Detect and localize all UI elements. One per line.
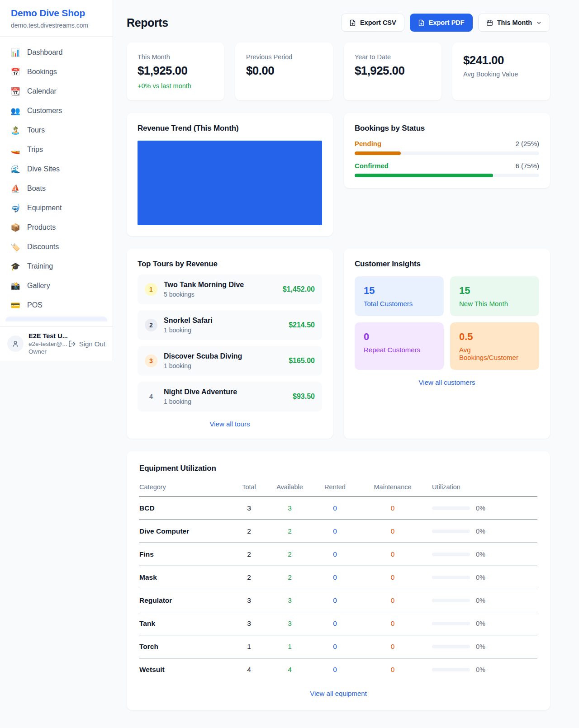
view-all-equipment-link[interactable]: View all equipment [139,690,537,697]
col-available: Available [268,480,311,497]
col-maintenance: Maintenance [359,480,427,497]
sidebar-item-label: Boats [27,184,46,193]
rank-badge: 3 [145,355,157,367]
page-title: Reports [127,16,168,29]
tour-row: 4 Night Dive Adventure 1 booking $93.50 [138,382,322,411]
equipment-maintenance: 0 [359,543,427,566]
status-progress-fill [355,174,493,177]
view-all-customers-link[interactable]: View all customers [355,378,539,386]
customer-insights-title: Customer Insights [355,260,539,269]
tour-name: Discover Scuba Diving [164,352,242,360]
equipment-category: Torch [139,635,230,658]
equipment-category: Fins [139,543,230,566]
main-content: Reports Export CSV Export PDF This Month… [113,0,579,728]
sidebar-nav-item[interactable]: 🌊 Dive Sites [5,161,107,177]
sidebar-nav-item[interactable]: 🤿 Equipment [5,200,107,216]
calendar-icon [486,19,493,26]
export-pdf-label: Export PDF [429,19,465,26]
logout-icon [68,340,76,348]
utilization-percent: 0% [476,574,485,581]
equipment-rented: 0 [311,543,359,566]
insight-label: Avg Bookings/Customer [459,346,530,361]
equipment-total: 2 [230,566,268,589]
equipment-utilization-card: Equipment Utilization Category Total Ava… [127,451,550,710]
stat-card: Avg Booking Value $241.00 [452,43,550,100]
sidebar-item-label: Products [27,223,56,232]
sidebar-nav-item[interactable]: 🎓 Training [5,258,107,274]
status-label: Pending [355,140,381,147]
view-all-tours-link[interactable]: View all tours [138,420,322,428]
sidebar-item-label: Discounts [27,243,59,251]
equipment-maintenance: 0 [359,566,427,589]
status-value: 6 (75%) [515,162,539,170]
sign-out-button[interactable]: Sign Out [68,340,105,348]
revenue-trend-title: Revenue Trend (This Month) [138,124,322,133]
sidebar-nav-item[interactable]: 🚤 Trips [5,142,107,158]
utilization-percent: 0% [476,643,485,650]
equipment-available: 3 [268,612,311,635]
sidebar-nav-item[interactable]: ⛵ Boats [5,180,107,197]
stat-value: $241.00 [463,53,539,67]
stat-card: Previous Period $0.00 [235,43,333,100]
export-csv-button[interactable]: Export CSV [341,14,404,32]
export-csv-label: Export CSV [360,19,396,26]
charts-row: Revenue Trend (This Month) Bookings by S… [127,113,550,236]
user-meta: E2E Test U... e2e-tester@... Owner [28,332,63,355]
sidebar-nav-item[interactable]: 🏷️ Discounts [5,239,107,255]
insight-tiles: 15 Total Customers 15 New This Month 0 R… [355,276,539,370]
sidebar-item-icon: 🚤 [10,145,21,155]
bookings-by-status-card: Bookings by Status Pending 2 (25%) [344,113,550,188]
rank-badge: 1 [145,283,157,296]
utilization-bar [432,599,470,602]
sidebar-nav-item[interactable]: 📅 Bookings [5,64,107,80]
equipment-rented: 0 [311,520,359,543]
col-total: Total [230,480,268,497]
insight-value: 15 [364,285,435,297]
sidebar-item-icon: 💳 [10,301,21,310]
insight-tile: 15 Total Customers [355,276,444,316]
sidebar-nav-item[interactable]: 📦 Products [5,219,107,236]
sidebar-item-label: Bookings [27,68,57,76]
sidebar-item-label: Dive Sites [27,165,60,173]
equipment-available: 2 [268,566,311,589]
insight-tile: 15 New This Month [450,276,539,316]
equipment-total: 1 [230,635,268,658]
equipment-rented: 0 [311,566,359,589]
equipment-category: BCD [139,497,230,520]
shop-name: Demo Dive Shop [11,8,102,19]
bookings-by-status-title: Bookings by Status [355,124,539,133]
equipment-maintenance: 0 [359,520,427,543]
equipment-total: 2 [230,520,268,543]
equipment-rented: 0 [311,612,359,635]
equipment-maintenance: 0 [359,497,427,520]
tour-bookings: 1 booking [164,398,237,405]
export-pdf-button[interactable]: Export PDF [410,14,473,32]
period-dropdown[interactable]: This Month [478,14,550,32]
utilization-percent: 0% [476,597,485,604]
equipment-category: Mask [139,566,230,589]
sidebar-nav-item[interactable]: 👥 Customers [5,103,107,119]
sidebar-item-label: Dashboard [27,48,62,57]
equipment-total: 2 [230,543,268,566]
utilization-bar [432,622,470,625]
status-progress-track [355,174,539,177]
sidebar-nav-item[interactable]: 📊 Dashboard [5,44,107,61]
top-tours-card: Top Tours by Revenue 1 Two Tank Morning … [127,249,333,439]
sidebar-item-icon: 🌊 [10,165,21,174]
sidebar-item-reports-partial[interactable] [5,317,107,321]
insight-value: 0.5 [459,331,530,343]
tour-bookings: 1 booking [164,326,213,334]
tour-bookings: 5 bookings [164,291,244,298]
sidebar-nav-item[interactable]: 📆 Calendar [5,83,107,99]
status-progress-track [355,151,539,155]
stat-label: This Month [138,53,214,61]
sidebar-item-label: POS [27,301,43,309]
sidebar-nav-item[interactable]: 🏝️ Tours [5,122,107,138]
sidebar-nav-item[interactable]: 💳 POS [5,297,107,313]
tour-row: 2 Snorkel Safari 1 booking $214.50 [138,310,322,340]
equipment-table: Category Total Available Rented Maintena… [139,480,537,681]
stat-label: Year to Date [355,53,431,61]
tour-revenue: $165.00 [289,357,315,365]
avatar [7,336,24,352]
sidebar-nav-item[interactable]: 📸 Gallery [5,278,107,294]
